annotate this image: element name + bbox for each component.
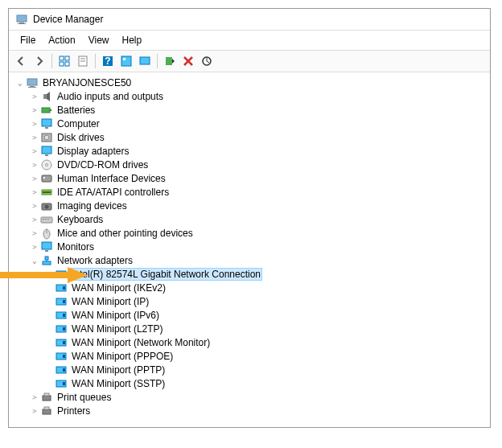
tree-item-label: Mice and other pointing devices: [56, 228, 195, 239]
tree-item-label: Imaging devices: [56, 200, 129, 212]
tree-item[interactable]: Network adapters: [30, 253, 483, 267]
chevron-right-icon[interactable]: [30, 161, 39, 169]
tree-item[interactable]: Audio inputs and outputs: [30, 89, 483, 103]
tree-item[interactable]: DVD/CD-ROM drives: [30, 158, 483, 171]
tree-item-label: Computer: [56, 118, 101, 129]
chevron-right-icon[interactable]: [30, 147, 39, 155]
chevron-right-icon[interactable]: [30, 407, 39, 415]
tree-item[interactable]: WAN Miniport (L2TP): [44, 322, 483, 335]
svg-rect-45: [0, 272, 68, 278]
nic-icon: [55, 323, 68, 335]
tree-item[interactable]: Printers: [30, 404, 483, 417]
network-icon: [40, 254, 53, 267]
printer-icon: [40, 391, 53, 404]
chevron-right-icon[interactable]: [30, 120, 39, 128]
toolbar: [9, 50, 490, 72]
menubar: File Action View Help: [9, 31, 490, 50]
chevron-down-icon[interactable]: [30, 257, 39, 265]
tree-item-label: Print queues: [56, 392, 113, 403]
ide-icon: [40, 186, 53, 199]
back-icon[interactable]: [12, 52, 30, 70]
tree-item[interactable]: Imaging devices: [30, 199, 483, 212]
tree-item[interactable]: Intel(R) 82574L Gigabit Network Connecti…: [44, 267, 483, 281]
chevron-right-icon[interactable]: [30, 216, 39, 224]
disk-icon: [40, 131, 53, 144]
monitor-icon: [40, 117, 53, 130]
tree-item-label: Monitors: [56, 241, 96, 253]
tree-item[interactable]: WAN Miniport (Network Monitor): [44, 335, 483, 349]
nic-icon: [55, 309, 68, 322]
tree-item[interactable]: Mice and other pointing devices: [30, 226, 483, 240]
disable-icon[interactable]: [179, 52, 197, 70]
chevron-right-icon[interactable]: [30, 175, 39, 183]
chevron-right-icon[interactable]: [30, 229, 39, 237]
audio-icon: [40, 90, 53, 103]
window-title: Device Manager: [33, 14, 103, 25]
tree-item[interactable]: WAN Miniport (PPPOE): [44, 349, 483, 363]
tree-item-label: WAN Miniport (PPTP): [70, 364, 167, 376]
tree-item[interactable]: IDE ATA/ATAPI controllers: [30, 185, 483, 199]
properties-icon[interactable]: [74, 52, 92, 70]
tree-item[interactable]: Disk drives: [30, 130, 483, 144]
tree-item-label: Network adapters: [56, 255, 134, 266]
tree-item[interactable]: Computer: [30, 117, 483, 130]
menu-file[interactable]: File: [14, 32, 42, 48]
cd-icon: [40, 158, 53, 171]
tree-item[interactable]: WAN Miniport (IP): [44, 294, 483, 308]
tree-item-label: Batteries: [56, 105, 97, 116]
tree-item-label: DVD/CD-ROM drives: [56, 159, 150, 171]
tree-item-label: Intel(R) 82574L Gigabit Network Connecti…: [70, 268, 262, 281]
tree-item-label: WAN Miniport (L2TP): [70, 323, 165, 335]
help-icon[interactable]: [99, 52, 117, 70]
tree-item[interactable]: BRYANJONESCE50: [15, 76, 483, 89]
tree-item[interactable]: Keyboards: [30, 212, 483, 226]
tree-item[interactable]: WAN Miniport (IKEv2): [44, 281, 483, 294]
tree-item[interactable]: WAN Miniport (PPTP): [44, 363, 483, 376]
chevron-right-icon[interactable]: [30, 188, 39, 196]
scan-icon[interactable]: [198, 52, 216, 70]
tree-item-label: Disk drives: [56, 132, 106, 143]
tree-item-label: BRYANJONESCE50: [41, 77, 133, 88]
camera-icon: [40, 199, 53, 212]
nic-icon: [55, 336, 68, 349]
tree-item[interactable]: Batteries: [30, 103, 483, 117]
tree-item[interactable]: Monitors: [30, 240, 483, 253]
chevron-right-icon[interactable]: [30, 106, 39, 114]
toolbar-separator: [95, 54, 96, 68]
monitor-icon: [40, 145, 53, 158]
tree-item[interactable]: Display adapters: [30, 144, 483, 158]
nic-icon: [55, 377, 68, 390]
chevron-right-icon[interactable]: [30, 202, 39, 210]
forward-icon[interactable]: [31, 52, 48, 70]
show-hidden-icon[interactable]: [56, 52, 73, 70]
menu-help[interactable]: Help: [116, 32, 149, 48]
chevron-down-icon[interactable]: [15, 79, 25, 87]
menu-view[interactable]: View: [82, 32, 116, 48]
view-icon[interactable]: [136, 52, 154, 70]
monitor-icon: [40, 240, 53, 253]
refresh-icon[interactable]: [117, 52, 135, 70]
computer-icon: [26, 76, 39, 89]
tree-item[interactable]: Human Interface Devices: [30, 171, 483, 185]
chevron-right-icon[interactable]: [30, 134, 39, 142]
update-driver-icon[interactable]: [161, 52, 179, 70]
tree-item-label: Keyboards: [56, 214, 105, 225]
toolbar-separator: [51, 54, 52, 68]
menu-action[interactable]: Action: [42, 32, 81, 48]
tree-item-label: Audio inputs and outputs: [56, 91, 165, 102]
tree-item-label: Printers: [56, 405, 92, 417]
nic-icon: [55, 295, 68, 308]
highlight-arrow-icon: [0, 267, 88, 283]
chevron-right-icon[interactable]: [30, 393, 39, 401]
titlebar: Device Manager: [9, 9, 490, 31]
tree-item[interactable]: WAN Miniport (IPv6): [44, 308, 483, 322]
device-tree[interactable]: BRYANJONESCE50Audio inputs and outputsBa…: [9, 72, 490, 427]
tree-item-label: WAN Miniport (SSTP): [70, 378, 167, 389]
chevron-right-icon[interactable]: [30, 92, 39, 101]
tree-item[interactable]: Print queues: [30, 390, 483, 404]
chevron-right-icon[interactable]: [30, 243, 39, 251]
tree-item-label: Human Interface Devices: [56, 173, 167, 184]
tree-item-label: IDE ATA/ATAPI controllers: [56, 187, 171, 198]
tree-item[interactable]: WAN Miniport (SSTP): [44, 376, 483, 390]
nic-icon: [55, 364, 68, 376]
